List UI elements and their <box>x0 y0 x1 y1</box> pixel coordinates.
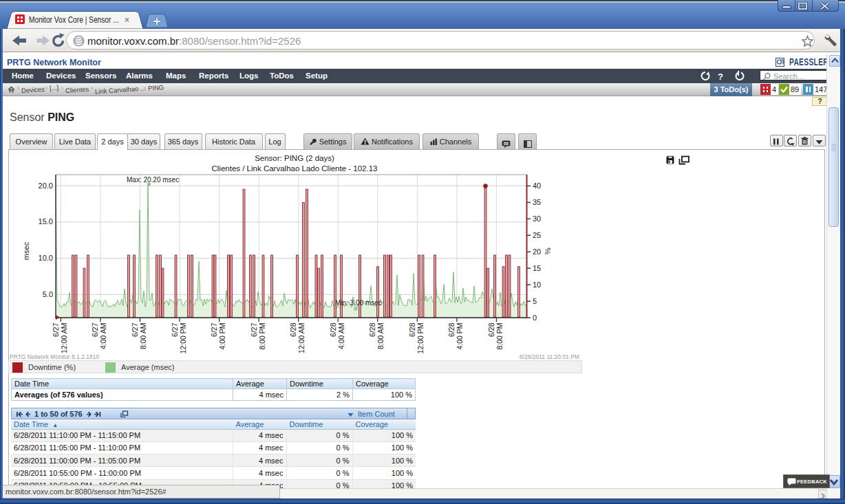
svg-text:6/274:00 AM: 6/274:00 AM <box>91 322 107 349</box>
svg-text:Min: 3.00 msec: Min: 3.00 msec <box>335 299 382 307</box>
svg-text:6/284:00 PM: 6/284:00 PM <box>447 322 464 349</box>
svg-text:0: 0 <box>533 314 537 322</box>
svg-text:6/284:00 AM: 6/284:00 AM <box>329 322 345 349</box>
svg-text:10.0: 10.0 <box>39 254 53 262</box>
svg-text:40: 40 <box>533 182 541 190</box>
svg-text:6/2712:00 PM: 6/2712:00 PM <box>171 322 187 353</box>
svg-text:6/28/2011 11:20:01 PM: 6/28/2011 11:20:01 PM <box>520 353 579 360</box>
svg-text:6/2712:00 AM: 6/2712:00 AM <box>52 322 68 353</box>
svg-text:Clientes / Link Carvalhao Lado: Clientes / Link Carvalhao Lado Cliente -… <box>211 164 377 173</box>
svg-text:msec: msec <box>22 241 30 260</box>
svg-text:20.0: 20.0 <box>39 182 53 190</box>
svg-text:6/278:00 PM: 6/278:00 PM <box>250 322 266 349</box>
svg-text:?: ? <box>718 72 723 82</box>
svg-text:5: 5 <box>533 297 537 305</box>
svg-text:5.0: 5.0 <box>43 290 53 298</box>
svg-text:15: 15 <box>533 264 541 272</box>
svg-text:15.0: 15.0 <box>39 217 53 226</box>
svg-text:%: % <box>544 248 552 254</box>
svg-text:Max: 20.20 msec: Max: 20.20 msec <box>127 176 179 184</box>
svg-text:25: 25 <box>533 231 541 239</box>
svg-text:20: 20 <box>533 248 541 256</box>
svg-text:PRTG Network Monitor 8.1.2.181: PRTG Network Monitor 8.1.2.1810 <box>10 353 100 360</box>
svg-text:6/288:00 PM: 6/288:00 PM <box>487 322 504 349</box>
svg-text:6/274:00 PM: 6/274:00 PM <box>210 322 226 349</box>
svg-text:6/2812:00 PM: 6/2812:00 PM <box>408 322 425 353</box>
svg-text:6/2812:00 AM: 6/2812:00 AM <box>289 322 306 353</box>
svg-text:6/288:00 AM: 6/288:00 AM <box>368 322 385 349</box>
svg-text:Sensor: PING (2 days): Sensor: PING (2 days) <box>255 154 334 162</box>
svg-text:6/278:00 AM: 6/278:00 AM <box>131 322 147 349</box>
svg-text:10: 10 <box>533 281 541 289</box>
svg-text:30: 30 <box>533 215 541 223</box>
svg-text:35: 35 <box>533 198 541 206</box>
